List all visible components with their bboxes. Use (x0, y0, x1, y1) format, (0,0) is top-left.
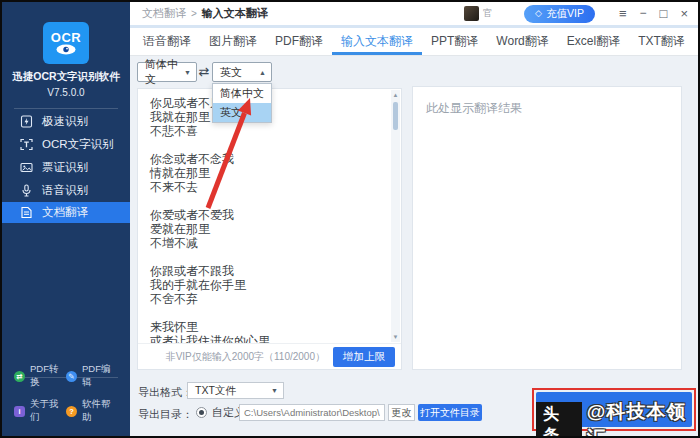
close-icon[interactable]: × (680, 7, 688, 20)
tab-word-translate[interactable]: Word翻译 (487, 28, 557, 55)
content-area: 简体中文 ▼ ⇄ 英文 ▲ 简体中文 英文 你见或者不见我 我就在那里 不悲不喜… (130, 56, 698, 436)
tab-excel-translate[interactable]: Excel翻译 (558, 28, 629, 55)
dropdown-option-english[interactable]: 英文 (213, 103, 271, 122)
scroll-down-icon[interactable]: ▼ (391, 334, 400, 340)
input-textarea[interactable]: 你见或者不见我 我就在那里 不悲不喜 你念或者不念我 情就在那里 不来不去 你爱… (138, 89, 391, 343)
eye-icon (55, 44, 77, 55)
tab-txt-translate[interactable]: TXT翻译 (629, 28, 694, 55)
target-language-dropdown[interactable]: 英文 ▲ (212, 62, 272, 82)
footer-link-label: PDF编辑 (82, 363, 118, 389)
export-format-value: TXT文件 (195, 384, 236, 398)
scroll-up-icon[interactable]: ▲ (391, 92, 400, 98)
sidebar-item-document-translate[interactable]: 文档翻译 (2, 202, 130, 223)
scrollbar[interactable]: ▲ ▼ (391, 90, 400, 342)
footer-link-label: PDF转换 (30, 363, 66, 389)
export-format-label: 导出格式： (138, 385, 193, 400)
language-dropdown-menu: 简体中文 英文 (212, 83, 272, 123)
app-version: V7.5.0.0 (2, 87, 130, 98)
sidebar-item-label: OCR文字识别 (42, 137, 114, 152)
breadcrumb-parent[interactable]: 文档翻译 (142, 6, 186, 21)
footer-link-label: 关于我们 (30, 398, 66, 424)
input-text-panel: 你见或者不见我 我就在那里 不悲不喜 你念或者不念我 情就在那里 不来不去 你爱… (137, 88, 402, 370)
titlebar-right: 官 ◇ 充值VIP ≡ − □ × (464, 5, 688, 23)
export-dir-input[interactable] (239, 404, 385, 421)
username-label: 官 (483, 7, 492, 20)
footer-link-pdf-convert[interactable]: ⇄ PDF转换 (14, 363, 66, 389)
tab-pdf-translate[interactable]: PDF翻译 (266, 28, 332, 55)
char-limit-notice: 非VIP仅能输入2000字（110/2000） (166, 350, 325, 364)
result-placeholder: 此处显示翻译结果 (426, 101, 522, 115)
chevron-down-icon: ▼ (184, 69, 191, 76)
microphone-icon (20, 184, 33, 197)
pdf-convert-icon: ⇄ (14, 371, 25, 382)
minimize-icon[interactable]: − (640, 7, 647, 20)
app-name: 迅捷OCR文字识别软件 (2, 70, 130, 84)
export-format-dropdown[interactable]: TXT文件 ▼ (187, 382, 284, 399)
breadcrumb-current: 输入文本翻译 (202, 6, 268, 21)
increase-limit-button[interactable]: 增加上限 (333, 347, 395, 367)
custom-dir-radio-group[interactable]: 自定义 (196, 405, 245, 420)
source-language-dropdown[interactable]: 简体中文 ▼ (137, 62, 197, 82)
sidebar-item-label: 语音识别 (42, 183, 88, 198)
menu-icon[interactable]: ≡ (619, 7, 627, 20)
sidebar-item-label: 票证识别 (42, 160, 88, 175)
lightning-doc-icon (20, 115, 33, 128)
sidebar-item-label: 文档翻译 (42, 205, 88, 220)
sidebar-item-voice-recognition[interactable]: 语音识别 (2, 179, 130, 201)
ocr-logo: OCR (43, 22, 89, 64)
footer-link-label: 软件帮助 (82, 398, 118, 424)
footer-link-pdf-edit[interactable]: ✎ PDF编辑 (66, 363, 118, 389)
breadcrumb-separator: > (191, 8, 197, 19)
target-language-value: 英文 (220, 65, 242, 80)
diamond-icon: ◇ (535, 9, 542, 18)
maximize-icon[interactable]: □ (660, 7, 668, 20)
sidebar-item-fast-recognition[interactable]: 极速识别 (2, 110, 130, 132)
sidebar-item-ocr-text-recognition[interactable]: OCR文字识别 (2, 133, 130, 155)
vip-button-label: 充值VIP (546, 7, 584, 21)
sidebar-item-ticket-recognition[interactable]: 票证识别 (2, 156, 130, 178)
pdf-edit-icon: ✎ (66, 371, 77, 382)
char-limit-bar: 非VIP仅能输入2000字（110/2000） 增加上限 (138, 343, 401, 369)
dropdown-option-simplified-chinese[interactable]: 简体中文 (213, 84, 271, 103)
swap-languages-icon[interactable]: ⇄ (197, 64, 211, 79)
scrollbar-thumb[interactable] (393, 102, 398, 130)
translation-result-panel[interactable]: 此处显示翻译结果 (412, 86, 682, 370)
help-icon: ? (66, 406, 77, 417)
sidebar-footer: ⇄ PDF转换 ✎ PDF编辑 i 关于我们 ? 软件帮助 (2, 363, 130, 424)
watermark-badge: 头条 (536, 402, 582, 438)
tab-ppt-translate[interactable]: PPT翻译 (422, 28, 487, 55)
recharge-vip-button[interactable]: ◇ 充值VIP (524, 5, 595, 23)
source-language-value: 简体中文 (145, 57, 184, 87)
export-dir-label: 导出目录： (138, 407, 193, 422)
app-window: OCR 迅捷OCR文字识别软件 V7.5.0.0 极速识别 OCR文字识别 (0, 0, 700, 438)
about-us-icon: i (14, 406, 25, 417)
ticket-icon (20, 161, 33, 174)
logo-text: OCR (51, 31, 81, 44)
radio-selected-icon[interactable] (196, 407, 207, 418)
chevron-down-icon: ▼ (271, 387, 278, 394)
sidebar: OCR 迅捷OCR文字识别软件 V7.5.0.0 极速识别 OCR文字识别 (2, 2, 130, 436)
sidebar-menu: 极速识别 OCR文字识别 票证识别 语音识别 (2, 110, 130, 223)
window-controls: ≡ − □ × (619, 7, 688, 20)
open-file-dir-button[interactable]: 打开文件目录 (418, 404, 482, 421)
main-area: 文档翻译 > 输入文本翻译 官 ◇ 充值VIP ≡ − □ × 语音翻译 图 (130, 2, 698, 436)
change-dir-button[interactable]: 更改 (388, 404, 415, 421)
sidebar-divider (14, 108, 118, 109)
title-bar: 文档翻译 > 输入文本翻译 官 ◇ 充值VIP ≡ − □ × (130, 2, 698, 28)
document-translate-icon (20, 206, 33, 219)
tab-voice-translate[interactable]: 语音翻译 (134, 28, 200, 55)
footer-link-about-us[interactable]: i 关于我们 (14, 398, 66, 424)
footer-link-software-help[interactable]: ? 软件帮助 (66, 398, 118, 424)
watermark: 头条 @科技本领汇 (536, 399, 698, 438)
user-avatar[interactable] (464, 6, 479, 21)
chevron-up-icon: ▲ (259, 69, 266, 76)
sidebar-item-label: 极速识别 (42, 114, 88, 129)
ocr-brackets-icon (20, 138, 33, 151)
tab-image-translate[interactable]: 图片翻译 (200, 28, 266, 55)
translate-tabs: 语音翻译 图片翻译 PDF翻译 输入文本翻译 PPT翻译 Word翻译 Exce… (130, 28, 698, 56)
tab-input-text-translate[interactable]: 输入文本翻译 (332, 28, 422, 55)
watermark-handle: @科技本领汇 (587, 399, 698, 438)
